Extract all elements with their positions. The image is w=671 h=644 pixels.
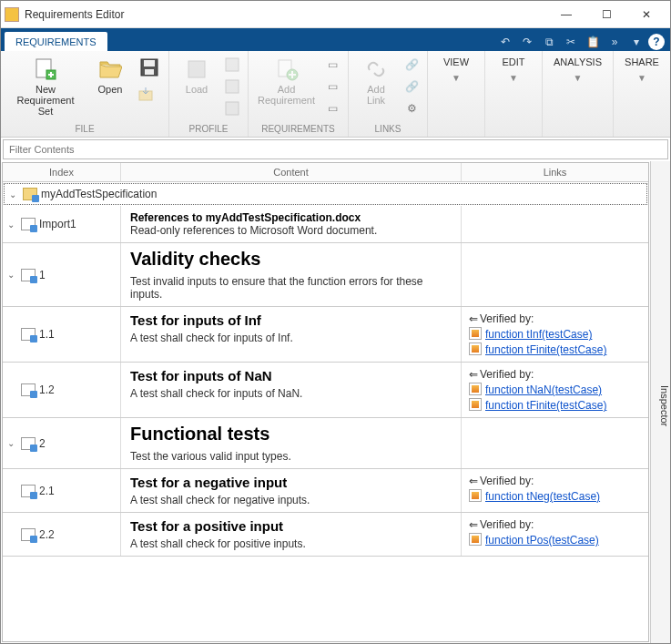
open-button[interactable]: Open — [88, 55, 132, 97]
col-index[interactable]: Index — [3, 163, 121, 181]
edit-button[interactable]: EDIT▼ — [491, 55, 536, 85]
req-idx: 1 — [39, 269, 46, 281]
req-opt2[interactable]: ▭ — [322, 77, 342, 97]
req-idx: 1.2 — [39, 383, 55, 396]
share-button[interactable]: SHARE▼ — [619, 55, 665, 85]
group-links-label: LINKS — [354, 122, 422, 137]
req-row-1[interactable]: ⌄1 Validity checksTest invalid inputs to… — [3, 243, 648, 307]
inspector-panel-tab[interactable]: Inspector — [650, 161, 670, 643]
verify-link[interactable]: function tNeg(testCase) — [485, 490, 600, 503]
verify-link[interactable]: function tFinite(testCase) — [485, 343, 606, 356]
tab-requirements[interactable]: REQUIREMENTS — [5, 32, 107, 51]
req-desc: A test shall check for inputs of NaN. — [130, 387, 452, 400]
req-idx: 1.1 — [39, 328, 55, 341]
expand-chevron[interactable]: ⌄ — [6, 189, 19, 199]
chevron-down-icon: ▼ — [452, 73, 461, 83]
req-title: Test for inputs of NaN — [130, 368, 452, 383]
verify-link[interactable]: function tInf(testCase) — [485, 328, 592, 341]
new-requirement-set-button[interactable]: New Requirement Set — [6, 55, 85, 118]
copy-button[interactable]: ⧉ — [539, 33, 559, 51]
app-window: Requirements Editor — ☐ ✕ REQUIREMENTS ↶… — [0, 0, 671, 644]
add-link-button[interactable]: Add Link — [354, 55, 398, 107]
req-row-1-1[interactable]: ⌄1.1 Test for inputs of InfA test shall … — [3, 307, 648, 363]
import-row[interactable]: ⌄Import1 References to myAddTestSpecific… — [3, 206, 648, 243]
group-profile: Load PROFILE — [169, 51, 249, 137]
svg-rect-7 — [226, 58, 239, 71]
req-title: Test for a positive input — [130, 518, 452, 534]
save-icon — [137, 55, 162, 80]
function-icon — [469, 533, 482, 546]
table-header: Index Content Links — [3, 163, 648, 182]
svg-rect-4 — [145, 69, 154, 75]
req-opt3[interactable]: ▭ — [322, 98, 342, 118]
root-row[interactable]: ⌄myAddTestSpecification — [4, 183, 647, 205]
col-links[interactable]: Links — [462, 163, 648, 181]
req-row-2-2[interactable]: ⌄2.2 Test for a positive inputA test sha… — [3, 513, 648, 557]
link-icon — [363, 56, 389, 82]
view-button[interactable]: VIEW▼ — [433, 55, 479, 85]
profile-opt1[interactable] — [222, 55, 242, 75]
more-button[interactable]: » — [605, 33, 625, 51]
expand-chevron[interactable]: ⌄ — [5, 438, 17, 448]
new-file-icon — [33, 56, 58, 82]
load-profile-button[interactable]: Load — [175, 55, 219, 97]
verify-link[interactable]: function tPos(testCase) — [485, 534, 599, 547]
req-icon — [21, 269, 36, 281]
cut-button[interactable]: ✂ — [561, 33, 581, 51]
verified-by-label: Verified by: — [469, 475, 641, 487]
redo-button[interactable]: ↷ — [517, 33, 537, 51]
requirements-table: Index Content Links ⌄myAddTestSpecificat… — [2, 162, 649, 642]
group-analysis: ANALYSIS▼ — [543, 51, 614, 137]
expand-chevron[interactable]: ⌄ — [5, 220, 17, 230]
verify-link[interactable]: function tNaN(testCase) — [485, 383, 602, 396]
req-desc: A test shall check for inputs of Inf. — [130, 332, 452, 344]
table-body[interactable]: ⌄myAddTestSpecification ⌄Import1 Referen… — [3, 182, 648, 641]
function-icon — [469, 398, 482, 411]
req-icon — [21, 437, 36, 450]
reqset-icon — [23, 188, 37, 200]
close-button[interactable]: ✕ — [626, 2, 666, 27]
import-button[interactable] — [136, 84, 156, 104]
analysis-button[interactable]: ANALYSIS▼ — [548, 55, 607, 85]
group-req-label: REQUIREMENTS — [254, 122, 342, 137]
profile-opt3[interactable] — [222, 98, 242, 118]
link-opt2[interactable]: 🔗 — [402, 77, 422, 97]
expand-button[interactable]: ▾ — [626, 33, 646, 51]
col-content[interactable]: Content — [121, 163, 462, 181]
group-links: Add Link 🔗 🔗 ⚙ LINKS — [349, 51, 428, 137]
profile-opt2[interactable] — [222, 77, 242, 97]
req-icon — [21, 485, 36, 497]
req-row-2[interactable]: ⌄2 Functional testsTest the various vali… — [3, 418, 648, 469]
verified-by-label: Verified by: — [469, 312, 641, 325]
req-row-1-2[interactable]: ⌄1.2 Test for inputs of NaNA test shall … — [3, 363, 648, 418]
req-opt1[interactable]: ▭ — [322, 55, 342, 75]
function-icon — [469, 489, 482, 502]
svg-rect-6 — [188, 61, 205, 77]
app-icon — [5, 7, 19, 22]
root-name: myAddTestSpecification — [41, 188, 157, 200]
verified-by-label: Verified by: — [469, 368, 641, 381]
undo-button[interactable]: ↶ — [495, 33, 515, 51]
group-share: SHARE▼ — [614, 51, 670, 137]
maximize-button[interactable]: ☐ — [586, 2, 626, 27]
add-req-icon — [274, 56, 300, 82]
req-icon — [21, 528, 36, 541]
req-desc: Test the various valid input types. — [130, 450, 452, 463]
help-button[interactable]: ? — [648, 34, 665, 50]
req-title: Functional tests — [130, 424, 452, 445]
add-requirement-button[interactable]: Add Requirement — [254, 55, 319, 107]
verified-by-label: Verified by: — [469, 518, 641, 531]
filter-input[interactable] — [4, 140, 667, 158]
save-button[interactable] — [136, 55, 163, 82]
link-opt3[interactable]: ⚙ — [402, 98, 422, 118]
req-row-2-1[interactable]: ⌄2.1 Test for a negative inputA test sha… — [3, 469, 648, 513]
ribbon-tabs: REQUIREMENTS ↶ ↷ ⧉ ✂ 📋 » ▾ ? — [1, 28, 670, 51]
verify-link[interactable]: function tFinite(testCase) — [485, 399, 606, 412]
link-opt1[interactable]: 🔗 — [402, 55, 422, 75]
paste-button[interactable]: 📋 — [583, 33, 603, 51]
minimize-button[interactable]: — — [546, 2, 586, 27]
chevron-down-icon: ▼ — [637, 73, 646, 83]
expand-chevron[interactable]: ⌄ — [5, 270, 17, 280]
function-icon — [469, 383, 482, 395]
profile-icon — [184, 56, 209, 82]
